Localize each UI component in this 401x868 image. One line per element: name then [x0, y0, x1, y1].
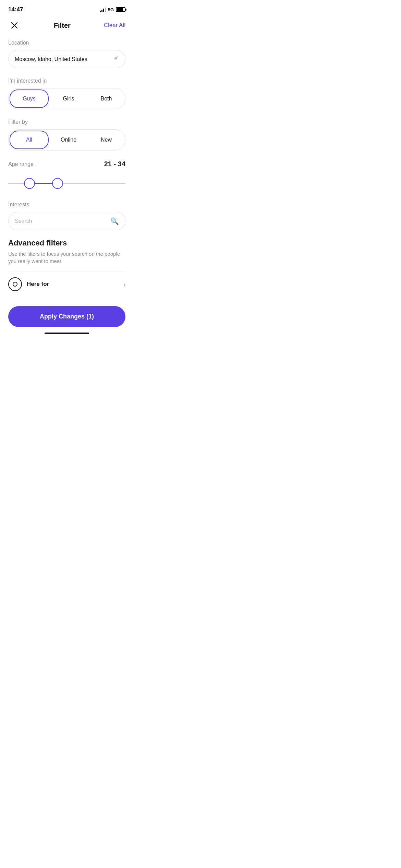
age-range-slider[interactable]: [8, 175, 125, 192]
location-value: Moscow, Idaho, United States: [15, 56, 113, 62]
age-range-values: 21 - 34: [104, 160, 125, 168]
nav-header: Filter Clear All: [0, 16, 134, 37]
here-for-icon: [8, 277, 22, 291]
interests-section: Interests Search 🔍: [8, 202, 125, 230]
girls-button[interactable]: Girls: [50, 88, 87, 109]
close-icon: [11, 22, 18, 29]
new-button[interactable]: New: [87, 130, 125, 150]
guys-button[interactable]: Guys: [10, 89, 49, 108]
advanced-filters-description: Use the filters to focus your search on …: [8, 250, 125, 265]
page-title: Filter: [54, 22, 71, 29]
network-label: 5G: [108, 7, 114, 12]
interested-in-label: I'm interested in: [8, 78, 125, 84]
here-for-row[interactable]: Here for ›: [8, 272, 125, 297]
both-button[interactable]: Both: [87, 88, 125, 109]
signal-icon: [100, 7, 106, 12]
filter-by-toggle: All Online New: [8, 129, 125, 150]
advanced-filters-section: Advanced filters Use the filters to focu…: [8, 239, 125, 302]
age-range-header: Age range 21 - 34: [8, 160, 125, 168]
age-range-label: Age range: [8, 161, 34, 167]
clear-all-button[interactable]: Clear All: [104, 22, 125, 29]
battery-icon: [116, 7, 125, 12]
home-indicator: [0, 330, 134, 336]
interests-search-field[interactable]: Search 🔍: [8, 212, 125, 230]
location-label: Location: [8, 40, 125, 46]
interested-in-toggle: Guys Girls Both: [8, 88, 125, 109]
status-bar: 14:47 5G: [0, 0, 134, 16]
chevron-right-icon: ›: [123, 281, 125, 288]
apply-button-container: Apply Changes (1): [0, 302, 134, 330]
filter-content: Location Moscow, Idaho, United States I'…: [0, 37, 134, 302]
home-bar: [45, 333, 89, 334]
slider-thumb-min[interactable]: [24, 178, 35, 189]
close-button[interactable]: [8, 19, 21, 32]
status-time: 14:47: [8, 6, 23, 13]
interests-label: Interests: [8, 202, 125, 208]
all-button[interactable]: All: [10, 131, 49, 149]
search-placeholder: Search: [15, 218, 110, 224]
filter-by-label: Filter by: [8, 119, 125, 125]
advanced-filters-title: Advanced filters: [8, 239, 125, 248]
location-arrow-icon: [113, 55, 119, 63]
here-for-icon-inner: [13, 282, 17, 287]
search-icon: 🔍: [110, 217, 119, 225]
apply-changes-button[interactable]: Apply Changes (1): [8, 306, 125, 327]
online-button[interactable]: Online: [50, 130, 87, 150]
here-for-label: Here for: [27, 281, 123, 288]
slider-thumb-max[interactable]: [52, 178, 63, 189]
status-icons: 5G: [100, 7, 125, 12]
location-field[interactable]: Moscow, Idaho, United States: [8, 50, 125, 68]
